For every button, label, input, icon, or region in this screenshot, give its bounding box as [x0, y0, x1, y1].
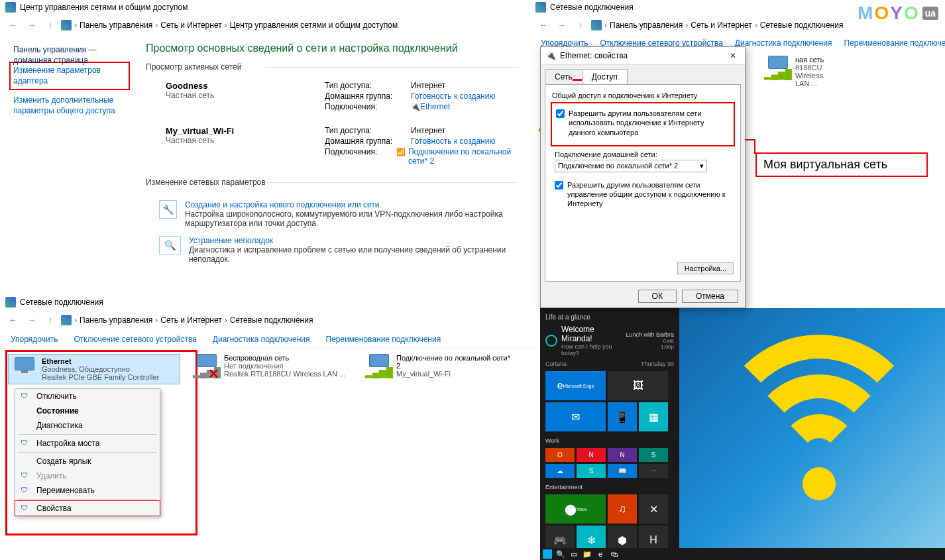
tile-app[interactable]: ▦: [639, 402, 668, 431]
menu-diagnose[interactable]: Диагностика: [15, 418, 160, 433]
highlight-box: Изменение параметров адаптера: [9, 62, 130, 90]
search-icon[interactable]: 🔍: [556, 549, 565, 559]
tile-reader[interactable]: 📖: [608, 464, 637, 478]
toolbar-rename[interactable]: Переименование подключения: [326, 335, 441, 344]
tab-panel: Общий доступ к подключению к Интернету Р…: [545, 84, 741, 282]
settings-button[interactable]: Настройка...: [677, 262, 734, 274]
wifi-graphic: [713, 335, 925, 507]
annotation-line: [754, 139, 755, 154]
breadcrumb[interactable]: ›Панель управления ›Сеть и Интернет ›Цен…: [74, 21, 398, 30]
task-item[interactable]: 🔍 Устранение неполадок Диагностика и исп…: [146, 232, 517, 268]
back-button[interactable]: ←: [535, 17, 551, 33]
tile-mail[interactable]: ✉: [545, 402, 606, 431]
breadcrumb[interactable]: ›Панель управления ›Сеть и Интернет ›Сет…: [74, 315, 313, 325]
sidebar-sharing-link[interactable]: Изменить дополнительные параметры общего…: [13, 95, 126, 116]
network-row: My_virtual_Wi-Fi Частная сеть Тип доступ…: [146, 119, 517, 174]
ethernet-icon: 🔌: [546, 51, 556, 60]
connection-item-selected[interactable]: Ethernet Goodness, Общедоступно Realtek …: [8, 354, 180, 384]
task-item[interactable]: 🔧 Создание и настройка нового подключени…: [146, 196, 517, 232]
nav-bar: ← → ↑ ›Панель управления ›Сеть и Интерне…: [0, 309, 537, 331]
tile-office[interactable]: O: [545, 448, 575, 462]
tile-edge[interactable]: eMicrosoft Edge: [545, 371, 606, 400]
start-button[interactable]: [543, 549, 552, 559]
allow-sharing-checkbox[interactable]: [556, 109, 565, 118]
window-title: Сетевые подключения: [20, 298, 103, 307]
edge-taskbar-icon[interactable]: e: [596, 549, 605, 559]
taskbar: 🔍 ▭ 📁 e 🛍: [540, 548, 945, 560]
homegroup-link[interactable]: Готовность к созданию: [411, 91, 495, 101]
homegroup-link[interactable]: Готовность к созданию: [411, 137, 495, 146]
menu-shortcut[interactable]: Создать ярлык: [15, 454, 160, 469]
network-connections-window-bottom: Сетевые подключения ← → ↑ ›Панель управл…: [0, 295, 537, 560]
connection-item[interactable]: ▂▄▆█ Подключение по локальной сети* 2 My…: [366, 354, 512, 384]
tile-more[interactable]: ⋯: [639, 464, 668, 478]
home-connection-select[interactable]: Подключение по локальной сети* 2 ▾: [555, 160, 707, 172]
connection-item[interactable]: ▂▄▆█ ✕ Беспроводная сеть Нет подключения…: [194, 354, 353, 384]
sidebar-adapter-link[interactable]: Изменение параметров адаптера: [13, 66, 126, 86]
menu-separator: [18, 434, 157, 435]
breadcrumb[interactable]: ›Панель управления ›Сеть и Интернет ›Сет…: [604, 21, 843, 30]
toolbar-rename[interactable]: Переименование подключения: [844, 38, 945, 48]
connection-link[interactable]: Ethernet: [420, 102, 450, 111]
cancel-button[interactable]: Отмена: [682, 290, 738, 303]
taskview-icon[interactable]: ▭: [569, 549, 579, 559]
tile-onenote2[interactable]: N: [608, 448, 637, 462]
path-icon: [61, 315, 72, 325]
tile-onenote[interactable]: N: [577, 448, 606, 462]
store-icon[interactable]: 🛍: [609, 549, 618, 559]
up-button[interactable]: ↑: [42, 17, 58, 33]
up-button[interactable]: ↑: [573, 17, 588, 33]
tile-xbox-badge[interactable]: ✕: [639, 494, 668, 524]
menu-rename[interactable]: Переименовать: [15, 483, 160, 498]
group-label: Общий доступ к подключению к Интернету: [552, 91, 734, 99]
tab-sharing[interactable]: Доступ: [582, 69, 628, 84]
tile-xbox[interactable]: ⬤Xbox: [545, 494, 606, 524]
connection-item[interactable]: ▂▄▆█ ная сеть 8188CU Wireless LAN ...: [765, 56, 831, 87]
tile-onedrive[interactable]: ☁: [545, 464, 575, 478]
tile-grid: eMicrosoft Edge 🖼 ✉ 📱 ▦ Work O N N S ☁ S…: [545, 371, 674, 555]
shield-icon: [21, 471, 30, 480]
allow-control-checkbox[interactable]: [555, 181, 563, 190]
allow-sharing-checkbox-row[interactable]: Разрешить другим пользователям сети испо…: [556, 109, 732, 137]
tile-skype[interactable]: S: [577, 464, 606, 478]
toolbar-organize[interactable]: Упорядочить: [11, 335, 58, 344]
nsc-icon: [5, 2, 16, 13]
back-button[interactable]: ←: [5, 312, 21, 328]
cortana-icon[interactable]: [545, 335, 557, 347]
explorer-icon[interactable]: 📁: [583, 549, 592, 559]
sidebar: Панель управления — домашняя страница Из…: [0, 36, 133, 274]
dialog-title: Ethernet: свойства: [560, 51, 628, 60]
menu-bridge[interactable]: Настройка моста: [15, 436, 160, 451]
connection-link[interactable]: Подключение по локальной сети* 2: [408, 147, 517, 166]
shield-icon: [21, 503, 30, 512]
toolbar-disable[interactable]: Отключение сетевого устройства: [74, 335, 196, 344]
network-sharing-center-window: Центр управления сетями и общим доступом…: [0, 0, 530, 292]
shield-icon: [21, 485, 30, 494]
titlebar: Центр управления сетями и общим доступом: [0, 0, 530, 15]
tab-strip: Сеть Доступ: [541, 65, 745, 84]
tab-network[interactable]: Сеть: [545, 69, 583, 84]
forward-button[interactable]: →: [24, 312, 40, 328]
tile-phone[interactable]: 📱: [608, 402, 637, 431]
new-connection-icon: 🔧: [159, 200, 177, 219]
tile-music[interactable]: ♫: [608, 494, 637, 524]
back-button[interactable]: ←: [5, 17, 21, 33]
tile-photo[interactable]: 🖼: [608, 371, 668, 400]
network-type: Частная сеть: [166, 136, 325, 145]
ok-button[interactable]: ОК: [638, 290, 677, 303]
forward-button[interactable]: →: [24, 17, 40, 33]
allow-control-checkbox-row[interactable]: Разрешить другим пользователям сети упра…: [555, 180, 734, 209]
window-title: Сетевые подключения: [550, 3, 634, 12]
toolbar-diagnose[interactable]: Диагностика подключения: [735, 38, 832, 48]
tile-sway[interactable]: S: [639, 448, 668, 462]
page-heading: Просмотр основных сведений о сети и наст…: [146, 42, 517, 54]
menu-status[interactable]: Состояние: [15, 404, 160, 418]
close-button[interactable]: ✕: [726, 51, 740, 60]
toolbar-diagnose[interactable]: Диагностика подключения: [213, 335, 310, 344]
logo-text: MOYO: [858, 3, 920, 24]
sidebar-home-link[interactable]: Панель управления — домашняя страница: [13, 45, 97, 65]
menu-properties[interactable]: Свойства: [15, 500, 160, 516]
forward-button[interactable]: →: [554, 17, 570, 33]
menu-disable[interactable]: Отключить: [15, 389, 160, 404]
up-button[interactable]: ↑: [42, 312, 58, 328]
